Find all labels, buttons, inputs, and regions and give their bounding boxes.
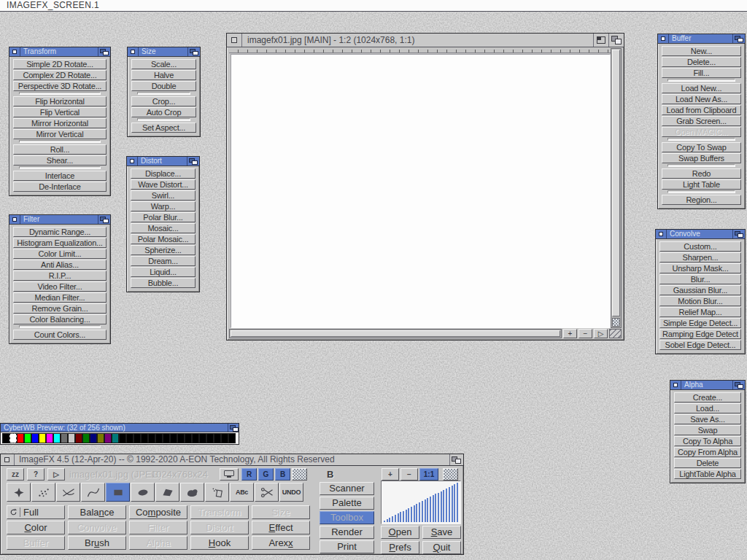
- menu-button-swap-buffers[interactable]: Swap Buffers: [662, 153, 741, 163]
- tool-oval-button[interactable]: [131, 483, 155, 502]
- depth-icon[interactable]: [98, 215, 110, 224]
- depth-icon[interactable]: [608, 34, 624, 47]
- color-swatch-0[interactable]: [2, 433, 9, 443]
- menu-button-load-from-clipboard[interactable]: Load from Clipboard: [662, 105, 741, 115]
- color-swatch-7[interactable]: [53, 433, 61, 443]
- close-icon[interactable]: [656, 230, 667, 238]
- zoom-out-button[interactable]: −: [578, 329, 592, 338]
- menu-button-flip-horizontal[interactable]: Flip Horizontal: [13, 96, 107, 106]
- tool-box-button[interactable]: [106, 483, 130, 502]
- menu-button-new[interactable]: New...: [662, 46, 741, 56]
- menu-button-light-table[interactable]: Light Table: [662, 179, 741, 190]
- color-swatch-9[interactable]: [68, 433, 75, 443]
- color-swatch-20[interactable]: [148, 433, 155, 443]
- menu-button-ramping-edge-detect[interactable]: Ramping Edge Detect: [659, 329, 741, 339]
- menu-button-swirl[interactable]: Swirl...: [131, 190, 196, 201]
- color-swatch-28[interactable]: [206, 433, 214, 443]
- menu-button-color-balancing[interactable]: Color Balancing...: [13, 314, 107, 324]
- color-swatch-6[interactable]: [46, 433, 53, 443]
- mode-button-render[interactable]: Render: [320, 526, 374, 539]
- color-swatch-10[interactable]: [75, 433, 82, 443]
- image-canvas[interactable]: [231, 54, 611, 328]
- menu-button-save-as[interactable]: Save As...: [674, 414, 741, 424]
- color-swatch-15[interactable]: [112, 433, 119, 443]
- channel-alpha-button[interactable]: [292, 468, 307, 481]
- menu-button-mirror-horizontal[interactable]: Mirror Horizontal: [13, 118, 107, 128]
- palette-window-titlebar[interactable]: CyberWB Preview: (32 of 256 shown): [1, 424, 239, 432]
- close-icon[interactable]: [127, 157, 138, 166]
- color-swatch-3[interactable]: [24, 433, 31, 443]
- tool-freehand-button[interactable]: [180, 483, 204, 502]
- menu-button-remove-grain[interactable]: Remove Grain...: [13, 303, 107, 314]
- menu-button-delete[interactable]: Delete...: [662, 57, 741, 67]
- depth-icon[interactable]: [732, 230, 745, 238]
- help-button[interactable]: ?: [27, 468, 44, 481]
- color-swatch-4[interactable]: [31, 433, 39, 443]
- depth-icon[interactable]: [187, 47, 200, 56]
- color-swatch-17[interactable]: [126, 433, 133, 443]
- color-swatch-19[interactable]: [141, 433, 148, 443]
- zoom-ratio-button[interactable]: 1:1: [419, 468, 438, 481]
- color-swatch-29[interactable]: [214, 433, 221, 443]
- depth-icon[interactable]: [98, 47, 110, 56]
- menu-button-interlace[interactable]: Interlace: [13, 171, 107, 181]
- menu-button-gaussian-blur[interactable]: Gaussian Blur...: [659, 285, 741, 295]
- menu-button-copy-to-swap[interactable]: Copy To Swap: [662, 142, 741, 152]
- tool-text-button[interactable]: ABc: [230, 483, 254, 502]
- menu-button-displace[interactable]: Displace...: [131, 168, 196, 179]
- depth-icon[interactable]: [449, 454, 463, 465]
- menu-button-blur[interactable]: Blur...: [659, 274, 741, 284]
- play-button[interactable]: ▷: [47, 468, 65, 481]
- close-icon[interactable]: [9, 47, 20, 56]
- menu-button-motion-blur[interactable]: Motion Blur...: [659, 296, 741, 306]
- panel-titlebar[interactable]: Size: [128, 47, 200, 57]
- panel-button-effect[interactable]: Effect: [252, 521, 310, 534]
- sleep-button[interactable]: zz: [7, 468, 24, 481]
- menu-button-dynamic-range[interactable]: Dynamic Range...: [13, 227, 107, 237]
- color-swatch-26[interactable]: [192, 433, 199, 443]
- horizontal-scrollbar[interactable]: [229, 329, 562, 338]
- mode-button-palette[interactable]: Palette: [320, 497, 374, 510]
- channel-green-button[interactable]: G: [258, 468, 274, 481]
- menu-button-double[interactable]: Double: [131, 81, 196, 91]
- close-icon[interactable]: [670, 381, 681, 389]
- menu-button-sobel-edge-detect[interactable]: Sobel Edge Detect...: [659, 340, 741, 350]
- menu-button-relief-map[interactable]: Relief Map...: [659, 307, 741, 317]
- menu-button-region[interactable]: Region...: [662, 195, 741, 205]
- view-zoom-in-button[interactable]: +: [382, 468, 399, 481]
- menu-button-shear[interactable]: Shear...: [13, 155, 107, 166]
- tool-undo-button[interactable]: UNDO: [279, 483, 303, 502]
- menu-button-set-aspect[interactable]: Set Aspect...: [131, 122, 196, 133]
- panel-titlebar[interactable]: Filter: [9, 215, 110, 225]
- tool-pointer-button[interactable]: [7, 483, 31, 502]
- menu-button-simple-edge-detect[interactable]: Simple Edge Detect...: [659, 318, 741, 328]
- color-swatch-27[interactable]: [199, 433, 206, 443]
- tool-polygon-button[interactable]: [155, 483, 179, 502]
- depth-icon[interactable]: [187, 157, 199, 166]
- color-swatch-13[interactable]: [97, 433, 104, 443]
- menu-button-histogram-equalization[interactable]: Histogram Equalization...: [13, 238, 107, 248]
- menu-button-complex-2d-rotate[interactable]: Complex 2D Rotate...: [13, 70, 107, 80]
- menu-button-mosaic[interactable]: Mosaic...: [131, 223, 196, 233]
- image-window-titlebar[interactable]: imagefx01.jpg [MAIN] - 1:2 (1024x768, 1:…: [227, 34, 624, 47]
- screen-titlebar[interactable]: IMAGEFX_SCREEN.1: [0, 0, 747, 12]
- menu-button-roll[interactable]: Roll...: [13, 144, 107, 155]
- menu-button-simple-2d-rotate[interactable]: Simple 2D Rotate...: [13, 59, 107, 69]
- quit-button[interactable]: Quit: [422, 541, 461, 554]
- menu-button-polar-mosaic[interactable]: Polar Mosaic...: [131, 234, 196, 244]
- panel-button-brush[interactable]: Brush: [68, 536, 126, 550]
- menu-button-copy-to-alpha[interactable]: Copy To Alpha: [674, 436, 741, 446]
- panel-button-balance[interactable]: Balance: [68, 505, 126, 519]
- menu-button-auto-crop[interactable]: Auto Crop: [131, 107, 196, 117]
- menu-button-delete[interactable]: Delete: [674, 458, 741, 468]
- tool-airbrush-button[interactable]: [31, 483, 55, 502]
- mode-button-print[interactable]: Print: [320, 540, 374, 553]
- color-swatch-30[interactable]: [221, 433, 228, 443]
- display-mode-button[interactable]: [220, 468, 239, 481]
- control-panel-titlebar[interactable]: ImageFX 4.5 (12-Apr-20) -- © 1992-2020 A…: [1, 454, 463, 466]
- close-icon[interactable]: [658, 34, 669, 43]
- menu-button-wave-distort[interactable]: Wave Distort...: [131, 179, 196, 190]
- panel-button-composite[interactable]: Composite: [129, 505, 187, 519]
- color-swatch-25[interactable]: [185, 433, 192, 443]
- color-swatch-16[interactable]: [119, 433, 126, 443]
